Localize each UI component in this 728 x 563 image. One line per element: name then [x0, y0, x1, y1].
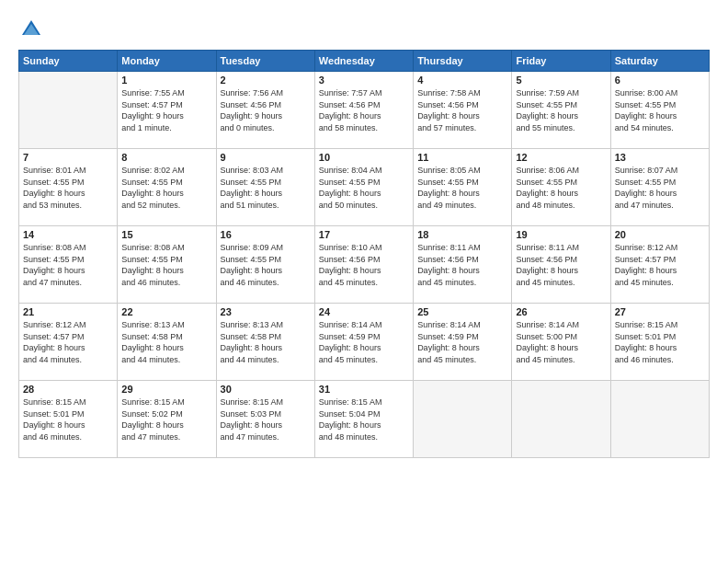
day-number: 9: [221, 152, 311, 163]
day-info: Sunrise: 8:11 AM Sunset: 4:56 PM Dayligh…: [417, 242, 507, 288]
day-number: 27: [615, 306, 705, 317]
logo-icon: [18, 17, 44, 42]
day-info: Sunrise: 8:14 AM Sunset: 4:59 PM Dayligh…: [417, 319, 507, 365]
day-cell: 31Sunrise: 8:15 AM Sunset: 5:04 PM Dayli…: [314, 381, 413, 458]
day-info: Sunrise: 8:14 AM Sunset: 5:00 PM Dayligh…: [516, 319, 606, 365]
day-cell: 10Sunrise: 8:04 AM Sunset: 4:55 PM Dayli…: [314, 149, 413, 226]
day-cell: 8Sunrise: 8:02 AM Sunset: 4:55 PM Daylig…: [118, 149, 216, 226]
col-header-saturday: Saturday: [610, 51, 709, 72]
day-cell: 17Sunrise: 8:10 AM Sunset: 4:56 PM Dayli…: [314, 226, 413, 304]
calendar-table: SundayMondayTuesdayWednesdayThursdayFrid…: [18, 50, 710, 458]
col-header-wednesday: Wednesday: [314, 51, 413, 72]
day-number: 26: [516, 306, 606, 317]
day-number: 18: [417, 229, 507, 240]
day-number: 24: [319, 306, 409, 317]
day-info: Sunrise: 8:12 AM Sunset: 4:57 PM Dayligh…: [23, 319, 113, 365]
day-info: Sunrise: 8:11 AM Sunset: 4:56 PM Dayligh…: [516, 242, 606, 288]
day-cell: 9Sunrise: 8:03 AM Sunset: 4:55 PM Daylig…: [216, 149, 314, 226]
week-row-0: 1Sunrise: 7:55 AM Sunset: 4:57 PM Daylig…: [19, 72, 710, 149]
col-header-monday: Monday: [118, 51, 216, 72]
day-number: 12: [516, 152, 606, 163]
day-cell: 15Sunrise: 8:08 AM Sunset: 4:55 PM Dayli…: [118, 226, 216, 304]
day-number: 29: [121, 384, 211, 395]
day-number: 8: [121, 152, 211, 163]
day-info: Sunrise: 8:09 AM Sunset: 4:55 PM Dayligh…: [221, 242, 311, 288]
day-cell: 12Sunrise: 8:06 AM Sunset: 4:55 PM Dayli…: [512, 149, 610, 226]
day-info: Sunrise: 8:05 AM Sunset: 4:55 PM Dayligh…: [417, 165, 507, 211]
day-cell: 26Sunrise: 8:14 AM Sunset: 5:00 PM Dayli…: [512, 304, 610, 381]
day-cell: 30Sunrise: 8:15 AM Sunset: 5:03 PM Dayli…: [216, 381, 314, 458]
day-info: Sunrise: 8:08 AM Sunset: 4:55 PM Dayligh…: [121, 242, 211, 288]
day-info: Sunrise: 8:03 AM Sunset: 4:55 PM Dayligh…: [221, 165, 311, 211]
day-info: Sunrise: 8:06 AM Sunset: 4:55 PM Dayligh…: [516, 165, 606, 211]
day-number: 14: [23, 229, 113, 240]
day-info: Sunrise: 8:12 AM Sunset: 4:57 PM Dayligh…: [615, 242, 705, 288]
day-number: 31: [319, 384, 409, 395]
day-info: Sunrise: 8:15 AM Sunset: 5:03 PM Dayligh…: [221, 396, 311, 442]
day-cell: 29Sunrise: 8:15 AM Sunset: 5:02 PM Dayli…: [118, 381, 216, 458]
day-info: Sunrise: 8:08 AM Sunset: 4:55 PM Dayligh…: [23, 242, 113, 288]
day-cell: 6Sunrise: 8:00 AM Sunset: 4:55 PM Daylig…: [610, 72, 709, 149]
col-header-sunday: Sunday: [19, 51, 118, 72]
day-info: Sunrise: 8:13 AM Sunset: 4:58 PM Dayligh…: [121, 319, 211, 365]
col-header-thursday: Thursday: [414, 51, 512, 72]
day-info: Sunrise: 8:13 AM Sunset: 4:58 PM Dayligh…: [221, 319, 311, 365]
logo: [18, 17, 48, 42]
day-number: 2: [221, 75, 311, 86]
day-cell: 5Sunrise: 7:59 AM Sunset: 4:55 PM Daylig…: [512, 72, 610, 149]
day-cell: 23Sunrise: 8:13 AM Sunset: 4:58 PM Dayli…: [216, 304, 314, 381]
day-cell: 16Sunrise: 8:09 AM Sunset: 4:55 PM Dayli…: [216, 226, 314, 304]
day-cell: 28Sunrise: 8:15 AM Sunset: 5:01 PM Dayli…: [19, 381, 118, 458]
day-info: Sunrise: 8:14 AM Sunset: 4:59 PM Dayligh…: [319, 319, 409, 365]
day-number: 3: [319, 75, 409, 86]
day-cell: 27Sunrise: 8:15 AM Sunset: 5:01 PM Dayli…: [610, 304, 709, 381]
day-info: Sunrise: 7:58 AM Sunset: 4:56 PM Dayligh…: [417, 87, 507, 133]
day-number: 6: [615, 75, 705, 86]
day-number: 7: [23, 152, 113, 163]
day-cell: 22Sunrise: 8:13 AM Sunset: 4:58 PM Dayli…: [118, 304, 216, 381]
day-number: 15: [121, 229, 211, 240]
day-cell: 3Sunrise: 7:57 AM Sunset: 4:56 PM Daylig…: [314, 72, 413, 149]
day-number: 22: [121, 306, 211, 317]
week-row-1: 7Sunrise: 8:01 AM Sunset: 4:55 PM Daylig…: [19, 149, 710, 226]
week-row-2: 14Sunrise: 8:08 AM Sunset: 4:55 PM Dayli…: [19, 226, 710, 304]
day-cell: [610, 381, 709, 458]
day-cell: 13Sunrise: 8:07 AM Sunset: 4:55 PM Dayli…: [610, 149, 709, 226]
day-cell: 19Sunrise: 8:11 AM Sunset: 4:56 PM Dayli…: [512, 226, 610, 304]
day-info: Sunrise: 8:15 AM Sunset: 5:04 PM Dayligh…: [319, 396, 409, 442]
day-cell: 20Sunrise: 8:12 AM Sunset: 4:57 PM Dayli…: [610, 226, 709, 304]
day-cell: 18Sunrise: 8:11 AM Sunset: 4:56 PM Dayli…: [414, 226, 512, 304]
col-header-tuesday: Tuesday: [216, 51, 314, 72]
day-number: 4: [417, 75, 507, 86]
day-cell: 4Sunrise: 7:58 AM Sunset: 4:56 PM Daylig…: [414, 72, 512, 149]
col-header-friday: Friday: [512, 51, 610, 72]
day-number: 16: [221, 229, 311, 240]
day-number: 30: [221, 384, 311, 395]
week-row-3: 21Sunrise: 8:12 AM Sunset: 4:57 PM Dayli…: [19, 304, 710, 381]
day-info: Sunrise: 7:57 AM Sunset: 4:56 PM Dayligh…: [319, 87, 409, 133]
day-info: Sunrise: 8:15 AM Sunset: 5:01 PM Dayligh…: [615, 319, 705, 365]
day-info: Sunrise: 8:00 AM Sunset: 4:55 PM Dayligh…: [615, 87, 705, 133]
day-info: Sunrise: 8:04 AM Sunset: 4:55 PM Dayligh…: [319, 165, 409, 211]
day-number: 23: [221, 306, 311, 317]
day-info: Sunrise: 8:15 AM Sunset: 5:01 PM Dayligh…: [23, 396, 113, 442]
day-info: Sunrise: 7:55 AM Sunset: 4:57 PM Dayligh…: [121, 87, 211, 133]
day-number: 13: [615, 152, 705, 163]
day-number: 28: [23, 384, 113, 395]
day-cell: 1Sunrise: 7:55 AM Sunset: 4:57 PM Daylig…: [118, 72, 216, 149]
day-cell: [19, 72, 118, 149]
day-cell: 14Sunrise: 8:08 AM Sunset: 4:55 PM Dayli…: [19, 226, 118, 304]
day-cell: [512, 381, 610, 458]
day-number: 20: [615, 229, 705, 240]
day-cell: 2Sunrise: 7:56 AM Sunset: 4:56 PM Daylig…: [216, 72, 314, 149]
day-info: Sunrise: 7:56 AM Sunset: 4:56 PM Dayligh…: [221, 87, 311, 133]
day-info: Sunrise: 8:15 AM Sunset: 5:02 PM Dayligh…: [121, 396, 211, 442]
day-info: Sunrise: 8:10 AM Sunset: 4:56 PM Dayligh…: [319, 242, 409, 288]
day-number: 25: [417, 306, 507, 317]
day-info: Sunrise: 8:01 AM Sunset: 4:55 PM Dayligh…: [23, 165, 113, 211]
day-info: Sunrise: 7:59 AM Sunset: 4:55 PM Dayligh…: [516, 87, 606, 133]
day-number: 10: [319, 152, 409, 163]
day-number: 19: [516, 229, 606, 240]
page: SundayMondayTuesdayWednesdayThursdayFrid…: [0, 0, 728, 563]
day-cell: 21Sunrise: 8:12 AM Sunset: 4:57 PM Dayli…: [19, 304, 118, 381]
